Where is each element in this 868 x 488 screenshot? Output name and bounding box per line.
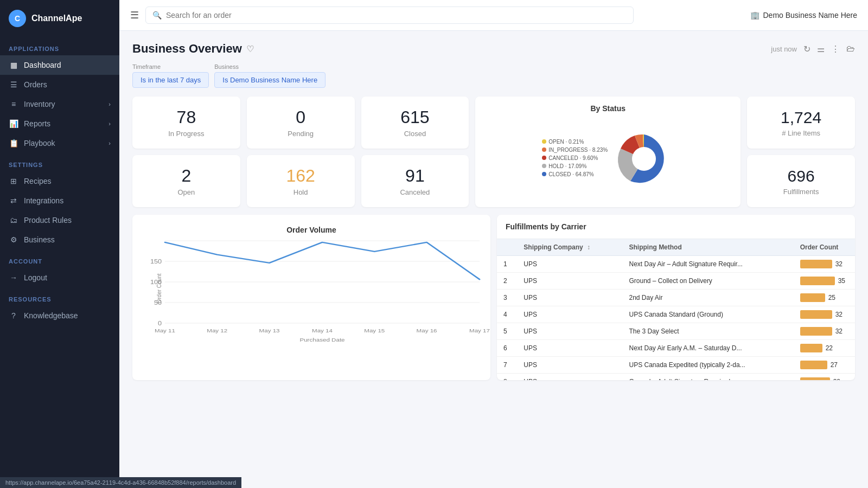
table-row: 2 UPS Ground – Collect on Delivery 35 xyxy=(497,273,855,290)
sidebar-label-logout: Logout xyxy=(24,273,47,282)
sidebar-section-account: ACCOUNT xyxy=(0,249,119,268)
sidebar-item-logout[interactable]: → Logout xyxy=(0,268,119,287)
sidebar-label-playbook: Playbook xyxy=(24,139,55,147)
business-name-label: Demo Business Name Here xyxy=(763,11,857,20)
business-icon: ⚙ xyxy=(9,235,18,244)
timeframe-filter-group: Timeframe Is in the last 7 days xyxy=(132,63,209,88)
svg-text:150: 150 xyxy=(150,258,162,265)
shipping-company: UPS xyxy=(517,273,622,290)
svg-text:May 11: May 11 xyxy=(155,328,175,333)
sidebar-label-reports: Reports xyxy=(24,119,50,128)
sidebar-item-dashboard[interactable]: ▦ Dashboard xyxy=(0,55,119,75)
logo-icon: C xyxy=(9,10,26,27)
hamburger-button[interactable]: ☰ xyxy=(130,9,139,21)
last-updated: just now xyxy=(771,45,797,53)
page-title: Business Overview ♡ xyxy=(132,42,254,56)
business-chip[interactable]: Is Demo Business Name Here xyxy=(214,72,326,88)
timeframe-chip[interactable]: Is in the last 7 days xyxy=(132,72,209,88)
timeframe-label: Timeframe xyxy=(132,63,209,70)
refresh-icon[interactable]: ↻ xyxy=(803,44,810,54)
row-num: 2 xyxy=(497,273,517,290)
filter-icon[interactable]: ⚌ xyxy=(817,44,825,54)
stat-card-open: 2 Open xyxy=(132,155,240,207)
sidebar-item-reports[interactable]: 📊 Reports › xyxy=(0,114,119,133)
col-order-count[interactable]: Order Count xyxy=(794,239,855,256)
business-name-button[interactable]: 🏢 Demo Business Name Here xyxy=(750,11,857,20)
sidebar-item-recipes[interactable]: ⊞ Recipes xyxy=(0,171,119,191)
search-box[interactable]: 🔍 xyxy=(145,7,634,24)
logo-text: ChannelApe xyxy=(31,14,82,23)
svg-text:May 14: May 14 xyxy=(312,328,333,333)
sidebar-item-knowledgebase[interactable]: ? Knowledgebase xyxy=(0,306,119,325)
playbook-icon: 📋 xyxy=(9,139,18,147)
stat-label-in-progress: In Progress xyxy=(168,130,204,138)
topbar: ☰ 🔍 🏢 Demo Business Name Here xyxy=(119,0,868,31)
stat-card-hold: 162 Hold xyxy=(247,155,355,207)
search-input[interactable] xyxy=(166,11,627,20)
sidebar-label-integrations: Integrations xyxy=(24,196,63,205)
shipping-method: UPS Canada Standard (Ground) xyxy=(622,306,793,323)
sidebar-item-business[interactable]: ⚙ Business xyxy=(0,230,119,249)
status-legend: OPEN · 0.21% IN_PROGRESS · 8.23% CANCELE… xyxy=(542,139,608,179)
business-filter-group: Business Is Demo Business Name Here xyxy=(214,63,326,88)
playbook-chevron: › xyxy=(108,140,111,146)
stat-label-canceled: Canceled xyxy=(400,188,430,196)
table-row: 6 UPS Next Day Air Early A.M. – Saturday… xyxy=(497,340,855,357)
table-row: 1 UPS Next Day Air – Adult Signature Req… xyxy=(497,256,855,273)
shipping-company: UPS xyxy=(517,374,622,381)
fulfillments-table-scroll[interactable]: Shipping Company ↕ Shipping Method Order… xyxy=(497,239,855,380)
sidebar-item-integrations[interactable]: ⇄ Integrations xyxy=(0,191,119,210)
stat-card-closed: 615 Closed xyxy=(361,97,469,149)
folder-icon[interactable]: 🗁 xyxy=(846,44,855,54)
dashboard-icon: ▦ xyxy=(9,61,18,69)
legend-open: OPEN · 0.21% xyxy=(542,139,608,145)
svg-text:May 16: May 16 xyxy=(417,328,437,333)
shipping-method: Ground – Adult Signature Required xyxy=(622,374,793,381)
sidebar-section-applications: APPLICATIONS xyxy=(0,37,119,55)
url-bar: https://app.channelape.io/6ea75a42-2119-… xyxy=(0,477,241,488)
stat-card-in-progress: 78 In Progress xyxy=(132,97,240,149)
row-num: 3 xyxy=(497,290,517,306)
sidebar-item-orders[interactable]: ☰ Orders xyxy=(0,75,119,94)
pie-chart xyxy=(614,129,674,189)
svg-text:May 13: May 13 xyxy=(259,328,280,333)
col-shipping-method[interactable]: Shipping Method xyxy=(622,239,793,256)
col-num xyxy=(497,239,517,256)
order-count-cell: 32 xyxy=(794,256,855,273)
row-num: 8 xyxy=(497,374,517,381)
business-label: Business xyxy=(214,63,326,70)
col-shipping-company[interactable]: Shipping Company ↕ xyxy=(517,239,622,256)
legend-hold: HOLD · 17.09% xyxy=(542,163,608,169)
order-count-cell: 32 xyxy=(794,323,855,340)
sidebar-item-inventory[interactable]: ≡ Inventory › xyxy=(0,94,119,114)
logo-area: C ChannelApe xyxy=(0,0,119,37)
order-count-cell: 27 xyxy=(794,357,855,374)
sidebar-item-playbook[interactable]: 📋 Playbook › xyxy=(0,133,119,153)
page-header: Business Overview ♡ just now ↻ ⚌ ⋮ 🗁 xyxy=(132,42,855,56)
sidebar-label-business: Business xyxy=(24,235,55,244)
integrations-icon: ⇄ xyxy=(9,196,18,205)
stat-value-closed: 615 xyxy=(400,107,429,127)
svg-text:May 17: May 17 xyxy=(469,328,490,333)
stat-label-fulfillments: Fulfillments xyxy=(783,188,819,196)
svg-text:Purchased Date: Purchased Date xyxy=(299,337,344,343)
more-icon[interactable]: ⋮ xyxy=(831,44,840,54)
shipping-method: 2nd Day Air xyxy=(622,290,793,306)
stat-card-fulfillments: 696 Fulfillments xyxy=(747,155,855,207)
stat-value-fulfillments: 696 xyxy=(788,167,815,185)
favorite-icon[interactable]: ♡ xyxy=(246,44,254,54)
row-num: 7 xyxy=(497,357,517,374)
stat-value-in-progress: 78 xyxy=(177,107,196,127)
legend-canceled: CANCELED · 9.60% xyxy=(542,155,608,161)
sidebar: C ChannelApe APPLICATIONS ▦ Dashboard ☰ … xyxy=(0,0,119,488)
order-volume-card: Order Volume Order Count 0 50 100 xyxy=(132,215,490,380)
order-count-cell: 32 xyxy=(794,306,855,323)
legend-closed: CLOSED · 64.87% xyxy=(542,171,608,177)
search-icon: 🔍 xyxy=(152,11,162,20)
stat-card-pending: 0 Pending xyxy=(247,97,355,149)
filters-row: Timeframe Is in the last 7 days Business… xyxy=(132,63,855,88)
business-icon-small: 🏢 xyxy=(750,11,760,20)
sidebar-item-product-rules[interactable]: 🗂 Product Rules xyxy=(0,210,119,230)
knowledgebase-icon: ? xyxy=(9,311,18,320)
inventory-chevron: › xyxy=(108,101,111,107)
